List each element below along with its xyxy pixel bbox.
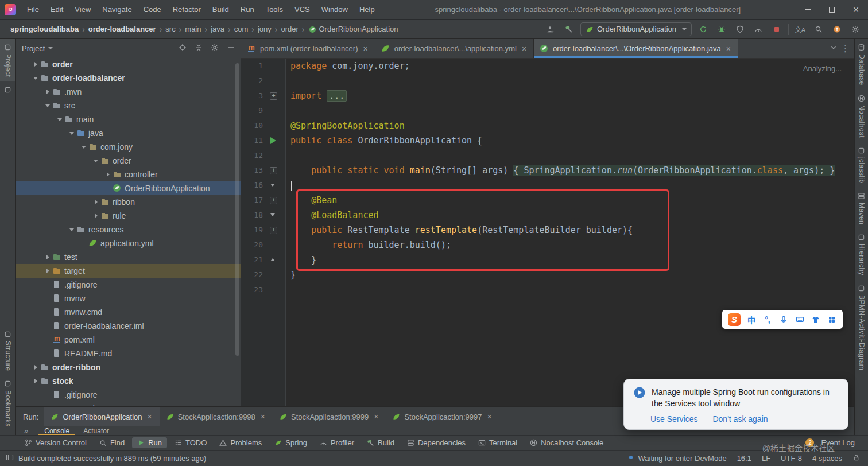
debug-icon[interactable]	[715, 22, 728, 36]
fold-marker-icon[interactable]	[268, 208, 286, 223]
chevron-right-icon[interactable]	[43, 87, 52, 96]
toolbar-version-control-button[interactable]: Version Control	[20, 437, 92, 448]
tree-item-order[interactable]: order	[16, 154, 241, 168]
menu-edit[interactable]: Edit	[45, 3, 68, 16]
fold-marker-icon[interactable]	[268, 223, 286, 238]
chevron-right-icon[interactable]	[103, 170, 113, 179]
breadcrumb-order[interactable]: order	[278, 23, 300, 35]
tree-item-resources[interactable]: resources	[16, 223, 241, 236]
editor-tab-order-loadbalancer-orderribbonapplication-[interactable]: order-loadbalancer\...\OrderRibbonApplic…	[534, 39, 738, 58]
user-icon[interactable]	[544, 22, 557, 36]
chinese-mode-icon[interactable]: 中	[746, 314, 757, 325]
tree-item-gitignore[interactable]: .gitignore	[16, 388, 241, 402]
stripe-nocalhost-button[interactable]: Nocalhost	[855, 90, 868, 142]
menu-run[interactable]: Run	[235, 3, 259, 16]
close-tab-icon[interactable]	[362, 45, 369, 53]
project-scrollbar[interactable]	[235, 63, 239, 356]
tree-item-target[interactable]: target	[16, 264, 241, 278]
breadcrumb-main[interactable]: main	[183, 23, 203, 35]
menu-code[interactable]: Code	[138, 3, 166, 16]
stripe-folder-button[interactable]	[0, 81, 16, 98]
menu-build[interactable]: Build	[207, 3, 234, 16]
tree-item-ribbon[interactable]: ribbon	[16, 195, 241, 209]
chevron-down-icon[interactable]	[67, 225, 76, 234]
tree-item-readme-md[interactable]: README.md	[16, 347, 241, 360]
line-separator[interactable]: LF	[762, 454, 770, 463]
indent-config[interactable]: 4 spaces	[812, 454, 842, 463]
run-tab-stockapplicaction-9997[interactable]: StockApplicaction:9997	[386, 407, 499, 426]
sogou-input-bar[interactable]: S 中 °,	[722, 310, 843, 329]
stripe-database-button[interactable]: Database	[855, 39, 868, 90]
fold-marker-icon[interactable]	[268, 193, 286, 208]
menu-tools[interactable]: Tools	[261, 3, 288, 16]
breadcrumb-orderribbonapplication[interactable]: OrderRibbonApplication	[306, 23, 401, 35]
project-panel-title[interactable]: Project	[22, 44, 45, 53]
close-tab-icon[interactable]	[725, 45, 732, 53]
translate-icon[interactable]: 文A	[793, 22, 807, 36]
tree-item-test[interactable]: test	[16, 250, 241, 264]
chevron-down-icon[interactable]	[55, 115, 64, 124]
run-tab-stockapplicaction-9998[interactable]: StockApplicaction:9998	[160, 407, 273, 426]
dont-ask-again-link[interactable]: Don't ask again	[712, 414, 768, 424]
devmode-icon[interactable]	[830, 22, 844, 36]
locate-file-icon[interactable]	[179, 44, 187, 53]
tree-item-src[interactable]: src	[16, 99, 241, 112]
tree-item-rule[interactable]: rule	[16, 209, 241, 223]
tree-item-order-loadbalancer-iml[interactable]: order-loadbalancer.iml	[16, 319, 241, 333]
profiler-icon[interactable]	[751, 22, 765, 36]
tree-item-pom-xml[interactable]: pom.xml	[16, 333, 241, 347]
run-subtab-actuator[interactable]: Actuator	[78, 426, 115, 435]
stripe-hierarchy-button[interactable]: Hierarchy	[855, 229, 868, 280]
toolbar-nocalhost-console-button[interactable]: Nocalhost Console	[525, 437, 609, 448]
chevron-down-icon[interactable]	[31, 73, 40, 83]
file-encoding[interactable]: UTF-8	[781, 454, 802, 463]
mic-icon[interactable]	[778, 314, 789, 325]
sogou-logo-icon[interactable]: S	[728, 313, 741, 326]
tree-item-application-yml[interactable]: application.yml	[16, 236, 241, 250]
toolbar-dependencies-button[interactable]: Dependencies	[402, 437, 471, 448]
menu-help[interactable]: Help	[354, 3, 380, 16]
toolbar-find-button[interactable]: Find	[94, 437, 130, 448]
keyboard-icon[interactable]	[795, 314, 805, 325]
chevron-right-icon[interactable]	[31, 363, 40, 372]
search-icon[interactable]	[812, 22, 826, 36]
chevron-down-icon[interactable]	[91, 156, 100, 165]
stripe-jclasslib-button[interactable]: jclasslib	[855, 142, 868, 188]
chevron-right-icon[interactable]	[43, 253, 52, 262]
chevron-right-icon[interactable]	[91, 211, 100, 220]
tree-item-order-ribbon[interactable]: order-ribbon	[16, 360, 241, 374]
tree-item-mvn[interactable]: .mvn	[16, 85, 241, 99]
run-subtab-console[interactable]: Console	[38, 426, 75, 435]
editor-body[interactable]: 1package com.jony.order;23import ...910@…	[241, 59, 854, 406]
menu-window[interactable]: Window	[316, 3, 353, 16]
tree-item-mvnw-cmd[interactable]: mvnw.cmd	[16, 305, 241, 319]
devmode-status[interactable]: Waiting for enter DevMode	[627, 454, 726, 463]
menu-refactor[interactable]: Refactor	[168, 3, 206, 16]
menu-navigate[interactable]: Navigate	[97, 3, 137, 16]
tab-list-icon[interactable]	[830, 44, 838, 53]
gear-icon[interactable]	[848, 22, 862, 36]
breadcrumb-order-loadbalancer[interactable]: order-loadbalancer	[86, 23, 158, 35]
tree-item-controller[interactable]: controller	[16, 168, 241, 181]
toolbar-problems-button[interactable]: Problems	[214, 437, 267, 448]
run-tab-stockapplicaction-9999[interactable]: StockApplicaction:9999	[273, 407, 386, 426]
stripe-project-button[interactable]: Project	[0, 39, 16, 81]
fold-marker-icon[interactable]	[268, 88, 286, 103]
close-tab-icon[interactable]	[259, 413, 266, 421]
event-log-button[interactable]: 2 Event Log	[800, 437, 860, 448]
chevron-right-icon[interactable]	[91, 197, 100, 207]
stripe-structure-button[interactable]: Structure	[0, 326, 16, 375]
editor-tab-pom-xml-order-loadbalancer[interactable]: pom.xml (order-loadbalancer)	[241, 39, 375, 58]
tree-item-order[interactable]: order	[16, 57, 241, 71]
chevron-down-icon[interactable]	[48, 47, 53, 49]
tree-item-mvnw[interactable]: mvnw	[16, 292, 241, 305]
toolbar-run-button[interactable]: Run	[132, 437, 167, 448]
menu-vcs[interactable]: VCS	[289, 3, 315, 16]
toolbar-terminal-button[interactable]: Terminal	[473, 437, 522, 448]
chevron-down-icon[interactable]	[43, 101, 52, 110]
window-toggle-icon[interactable]	[6, 453, 14, 463]
close-tab-icon[interactable]	[373, 413, 379, 421]
editor-tab-order-loadbalancer-application-yml[interactable]: order-loadbalancer\...\application.yml	[375, 39, 534, 58]
caret-position[interactable]: 16:1	[737, 454, 751, 463]
tree-item-gitignore[interactable]: .gitignore	[16, 278, 241, 292]
